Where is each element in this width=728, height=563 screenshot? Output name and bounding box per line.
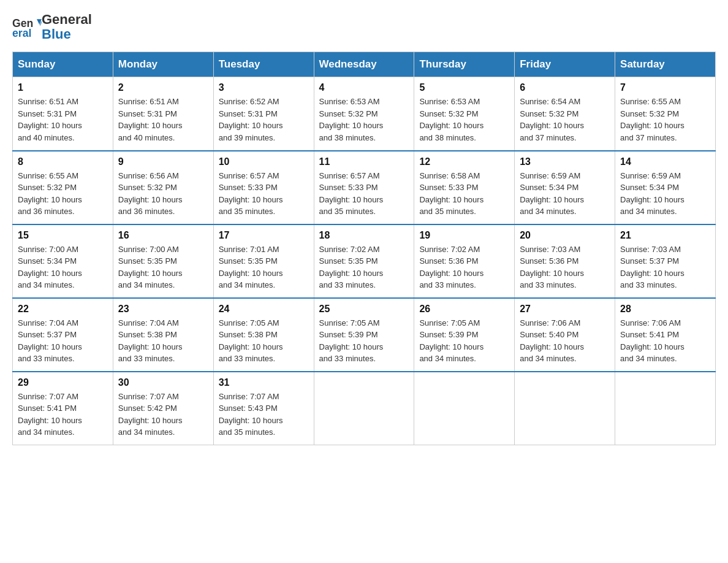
calendar-cell: 21Sunrise: 7:03 AMSunset: 5:37 PMDayligh… xyxy=(615,224,716,298)
calendar-cell: 10Sunrise: 6:57 AMSunset: 5:33 PMDayligh… xyxy=(213,151,314,224)
day-number: 24 xyxy=(219,304,309,315)
calendar-cell: 14Sunrise: 6:59 AMSunset: 5:34 PMDayligh… xyxy=(615,151,716,224)
day-info: Sunrise: 6:59 AMSunset: 5:34 PMDaylight:… xyxy=(620,170,710,218)
calendar-week-row: 8Sunrise: 6:55 AMSunset: 5:32 PMDaylight… xyxy=(13,151,716,224)
day-number: 6 xyxy=(520,82,610,93)
day-number: 3 xyxy=(219,82,309,93)
day-info: Sunrise: 6:59 AMSunset: 5:34 PMDaylight:… xyxy=(520,170,610,218)
calendar-cell: 29Sunrise: 7:07 AMSunset: 5:41 PMDayligh… xyxy=(13,372,113,445)
calendar-cell: 19Sunrise: 7:02 AMSunset: 5:36 PMDayligh… xyxy=(414,224,515,298)
day-info: Sunrise: 6:55 AMSunset: 5:32 PMDaylight:… xyxy=(620,96,710,144)
day-number: 26 xyxy=(419,304,509,315)
day-info: Sunrise: 6:57 AMSunset: 5:33 PMDaylight:… xyxy=(319,170,409,218)
calendar-header-monday: Monday xyxy=(113,52,213,77)
day-number: 8 xyxy=(18,156,108,167)
calendar-cell: 17Sunrise: 7:01 AMSunset: 5:35 PMDayligh… xyxy=(213,224,314,298)
calendar-cell xyxy=(314,372,414,445)
day-number: 18 xyxy=(319,230,409,241)
calendar-cell xyxy=(515,372,615,445)
day-number: 21 xyxy=(620,230,710,241)
day-info: Sunrise: 6:56 AMSunset: 5:32 PMDaylight:… xyxy=(118,170,208,218)
calendar-cell: 28Sunrise: 7:06 AMSunset: 5:41 PMDayligh… xyxy=(615,298,716,372)
day-number: 31 xyxy=(219,377,309,388)
calendar-cell: 23Sunrise: 7:04 AMSunset: 5:38 PMDayligh… xyxy=(113,298,213,372)
calendar-cell: 30Sunrise: 7:07 AMSunset: 5:42 PMDayligh… xyxy=(113,372,213,445)
logo-general-text: General xyxy=(42,12,92,27)
day-info: Sunrise: 7:07 AMSunset: 5:43 PMDaylight:… xyxy=(219,391,309,439)
calendar-cell: 2Sunrise: 6:51 AMSunset: 5:31 PMDaylight… xyxy=(113,77,213,151)
calendar-cell xyxy=(414,372,515,445)
svg-text:eral: eral xyxy=(12,27,31,39)
day-number: 12 xyxy=(419,156,509,167)
day-info: Sunrise: 7:03 AMSunset: 5:36 PMDaylight:… xyxy=(520,243,610,291)
day-number: 28 xyxy=(620,304,710,315)
page-header: Gen eral General Blue xyxy=(12,12,716,42)
day-number: 5 xyxy=(419,82,509,93)
calendar-cell: 18Sunrise: 7:02 AMSunset: 5:35 PMDayligh… xyxy=(314,224,414,298)
day-number: 11 xyxy=(319,156,409,167)
day-number: 27 xyxy=(520,304,610,315)
calendar-cell: 24Sunrise: 7:05 AMSunset: 5:38 PMDayligh… xyxy=(213,298,314,372)
day-number: 13 xyxy=(520,156,610,167)
calendar-cell: 12Sunrise: 6:58 AMSunset: 5:33 PMDayligh… xyxy=(414,151,515,224)
day-info: Sunrise: 7:02 AMSunset: 5:36 PMDaylight:… xyxy=(419,243,509,291)
day-info: Sunrise: 7:00 AMSunset: 5:35 PMDaylight:… xyxy=(118,243,208,291)
calendar-cell: 1Sunrise: 6:51 AMSunset: 5:31 PMDaylight… xyxy=(13,77,113,151)
calendar-week-row: 15Sunrise: 7:00 AMSunset: 5:34 PMDayligh… xyxy=(13,224,716,298)
calendar-cell: 27Sunrise: 7:06 AMSunset: 5:40 PMDayligh… xyxy=(515,298,615,372)
day-info: Sunrise: 6:51 AMSunset: 5:31 PMDaylight:… xyxy=(18,96,108,144)
day-info: Sunrise: 6:57 AMSunset: 5:33 PMDaylight:… xyxy=(219,170,309,218)
day-number: 7 xyxy=(620,82,710,93)
calendar-header-friday: Friday xyxy=(515,52,615,77)
day-info: Sunrise: 6:51 AMSunset: 5:31 PMDaylight:… xyxy=(118,96,208,144)
calendar-cell: 20Sunrise: 7:03 AMSunset: 5:36 PMDayligh… xyxy=(515,224,615,298)
day-info: Sunrise: 7:04 AMSunset: 5:38 PMDaylight:… xyxy=(118,317,208,365)
calendar-cell: 8Sunrise: 6:55 AMSunset: 5:32 PMDaylight… xyxy=(13,151,113,224)
calendar-week-row: 1Sunrise: 6:51 AMSunset: 5:31 PMDaylight… xyxy=(13,77,716,151)
calendar-cell: 5Sunrise: 6:53 AMSunset: 5:32 PMDaylight… xyxy=(414,77,515,151)
day-info: Sunrise: 7:05 AMSunset: 5:38 PMDaylight:… xyxy=(219,317,309,365)
logo: Gen eral General Blue xyxy=(12,12,92,42)
day-number: 1 xyxy=(18,82,108,93)
day-info: Sunrise: 6:52 AMSunset: 5:31 PMDaylight:… xyxy=(219,96,309,144)
day-info: Sunrise: 7:03 AMSunset: 5:37 PMDaylight:… xyxy=(620,243,710,291)
day-info: Sunrise: 7:06 AMSunset: 5:40 PMDaylight:… xyxy=(520,317,610,365)
day-info: Sunrise: 7:04 AMSunset: 5:37 PMDaylight:… xyxy=(18,317,108,365)
day-number: 29 xyxy=(18,377,108,388)
calendar-table: SundayMondayTuesdayWednesdayThursdayFrid… xyxy=(12,52,716,445)
calendar-week-row: 22Sunrise: 7:04 AMSunset: 5:37 PMDayligh… xyxy=(13,298,716,372)
day-info: Sunrise: 6:53 AMSunset: 5:32 PMDaylight:… xyxy=(419,96,509,144)
day-number: 25 xyxy=(319,304,409,315)
calendar-cell: 25Sunrise: 7:05 AMSunset: 5:39 PMDayligh… xyxy=(314,298,414,372)
day-number: 23 xyxy=(118,304,208,315)
day-info: Sunrise: 7:05 AMSunset: 5:39 PMDaylight:… xyxy=(319,317,409,365)
logo-svg: Gen eral xyxy=(12,12,42,42)
day-number: 30 xyxy=(118,377,208,388)
day-info: Sunrise: 7:05 AMSunset: 5:39 PMDaylight:… xyxy=(419,317,509,365)
day-info: Sunrise: 7:07 AMSunset: 5:42 PMDaylight:… xyxy=(118,391,208,439)
day-info: Sunrise: 6:53 AMSunset: 5:32 PMDaylight:… xyxy=(319,96,409,144)
calendar-cell: 6Sunrise: 6:54 AMSunset: 5:32 PMDaylight… xyxy=(515,77,615,151)
day-info: Sunrise: 7:07 AMSunset: 5:41 PMDaylight:… xyxy=(18,391,108,439)
logo-blue-text: Blue xyxy=(42,27,92,42)
calendar-header-thursday: Thursday xyxy=(414,52,515,77)
calendar-cell: 11Sunrise: 6:57 AMSunset: 5:33 PMDayligh… xyxy=(314,151,414,224)
day-number: 9 xyxy=(118,156,208,167)
day-info: Sunrise: 6:58 AMSunset: 5:33 PMDaylight:… xyxy=(419,170,509,218)
day-info: Sunrise: 6:54 AMSunset: 5:32 PMDaylight:… xyxy=(520,96,610,144)
day-number: 22 xyxy=(18,304,108,315)
calendar-week-row: 29Sunrise: 7:07 AMSunset: 5:41 PMDayligh… xyxy=(13,372,716,445)
day-info: Sunrise: 7:02 AMSunset: 5:35 PMDaylight:… xyxy=(319,243,409,291)
day-number: 17 xyxy=(219,230,309,241)
calendar-cell: 9Sunrise: 6:56 AMSunset: 5:32 PMDaylight… xyxy=(113,151,213,224)
calendar-cell: 22Sunrise: 7:04 AMSunset: 5:37 PMDayligh… xyxy=(13,298,113,372)
day-number: 19 xyxy=(419,230,509,241)
calendar-header-sunday: Sunday xyxy=(13,52,113,77)
day-info: Sunrise: 6:55 AMSunset: 5:32 PMDaylight:… xyxy=(18,170,108,218)
logo-text: General Blue xyxy=(42,12,92,42)
calendar-cell: 3Sunrise: 6:52 AMSunset: 5:31 PMDaylight… xyxy=(213,77,314,151)
calendar-header-wednesday: Wednesday xyxy=(314,52,414,77)
day-number: 14 xyxy=(620,156,710,167)
calendar-header-row: SundayMondayTuesdayWednesdayThursdayFrid… xyxy=(13,52,716,77)
calendar-cell: 13Sunrise: 6:59 AMSunset: 5:34 PMDayligh… xyxy=(515,151,615,224)
